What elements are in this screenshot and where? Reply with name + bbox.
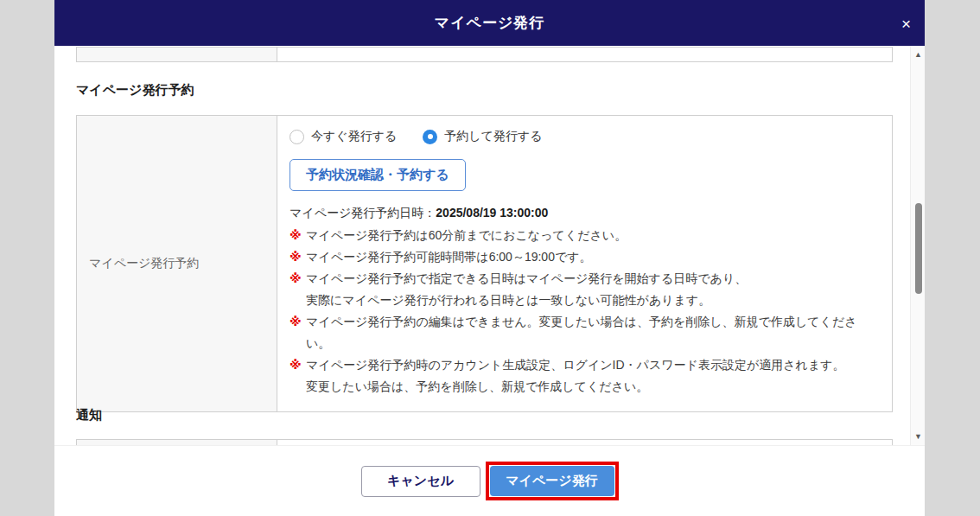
radio-checked-icon[interactable] xyxy=(423,130,437,144)
issue-mode-radio-group: 今すぐ発行する 予約して発行する xyxy=(290,129,880,144)
notes-list: ※ マイページ発行予約は60分前までにおこなってください。 ※ マイページ発行予… xyxy=(290,225,880,398)
radio-issue-reserved-label: 予約して発行する xyxy=(444,129,542,144)
note-item: ※ マイページ発行予約は60分前までにおこなってください。 xyxy=(290,225,880,246)
note-item: ※ マイページ発行予約可能時間帯は6:00～19:00です。 xyxy=(290,246,880,268)
note-marker: ※ xyxy=(290,311,306,354)
check-reservation-button[interactable]: 予約状況確認・予約する xyxy=(290,159,466,191)
clipped-table-row-top xyxy=(76,47,893,62)
clipped-row-label-cell xyxy=(77,440,277,445)
reservation-row-content: 今すぐ発行する 予約して発行する 予約状況確認・予約する マイページ発行予約日時… xyxy=(277,116,892,411)
note-item: ※ マイページ発行予約時のアカウント生成設定、ログインID・パスワード表示設定が… xyxy=(290,354,880,398)
reservation-datetime-value: 2025/08/19 13:00:00 xyxy=(436,206,548,220)
scrollbar[interactable]: ▲ ▼ xyxy=(910,46,925,445)
reservation-datetime-label: マイページ発行予約日時： xyxy=(290,206,436,220)
note-text: マイページ発行予約の編集はできません。変更したい場合は、予約を削除し、新規で作成… xyxy=(306,311,880,354)
dialog-header: マイページ発行 × xyxy=(54,0,925,46)
note-item: ※ マイページ発行予約の編集はできません。変更したい場合は、予約を削除し、新規で… xyxy=(290,311,880,354)
dialog-footer: キャンセル マイページ発行 xyxy=(54,445,925,516)
clipped-table-row-bottom xyxy=(76,439,893,445)
dialog-scroll-area: マイページ発行予約 マイページ発行予約 今すぐ発行する 予約して発行する 予約状… xyxy=(54,46,925,445)
reservation-section-heading: マイページ発行予約 xyxy=(76,82,194,99)
mypage-issue-button[interactable]: マイページ発行 xyxy=(490,466,614,496)
radio-issue-now-label: 今すぐ発行する xyxy=(311,129,397,144)
mypage-issue-dialog: マイページ発行 × マイページ発行予約 マイページ発行予約 今すぐ発行する 予約… xyxy=(54,0,925,516)
notification-section-heading: 通知 xyxy=(76,407,102,424)
radio-issue-now[interactable]: 今すぐ発行する xyxy=(290,129,397,144)
note-item: ※ マイページ発行予約で指定できる日時はマイページ発行を開始する日時であり、実際… xyxy=(290,268,880,311)
red-annotation-highlight: マイページ発行 xyxy=(486,462,619,500)
clipped-row-label-cell xyxy=(77,48,277,61)
scrollbar-thumb[interactable] xyxy=(915,203,922,294)
dialog-title: マイページ発行 xyxy=(435,13,545,33)
radio-issue-reserved[interactable]: 予約して発行する xyxy=(423,129,542,144)
note-text: マイページ発行予約で指定できる日時はマイページ発行を開始する日時であり、実際にマ… xyxy=(306,268,880,311)
cancel-button[interactable]: キャンセル xyxy=(361,466,480,497)
radio-unchecked-icon[interactable] xyxy=(290,130,304,144)
scrollbar-down-arrow-icon[interactable]: ▼ xyxy=(911,430,925,443)
note-text: マイページ発行予約は60分前までにおこなってください。 xyxy=(306,225,880,246)
note-text: マイページ発行予約時のアカウント生成設定、ログインID・パスワード表示設定が適用… xyxy=(306,354,880,398)
note-marker: ※ xyxy=(290,354,306,398)
reservation-table: マイページ発行予約 今すぐ発行する 予約して発行する 予約状況確認・予約する マ… xyxy=(76,115,893,412)
note-marker: ※ xyxy=(290,225,306,246)
note-text: マイページ発行予約可能時間帯は6:00～19:00です。 xyxy=(306,246,880,268)
note-marker: ※ xyxy=(290,268,306,311)
note-marker: ※ xyxy=(290,246,306,268)
close-icon[interactable]: × xyxy=(901,15,911,31)
scrollbar-up-arrow-icon[interactable]: ▲ xyxy=(911,48,925,61)
reservation-datetime-line: マイページ発行予約日時：2025/08/19 13:00:00 xyxy=(290,206,880,221)
reservation-row-label: マイページ発行予約 xyxy=(77,116,277,411)
